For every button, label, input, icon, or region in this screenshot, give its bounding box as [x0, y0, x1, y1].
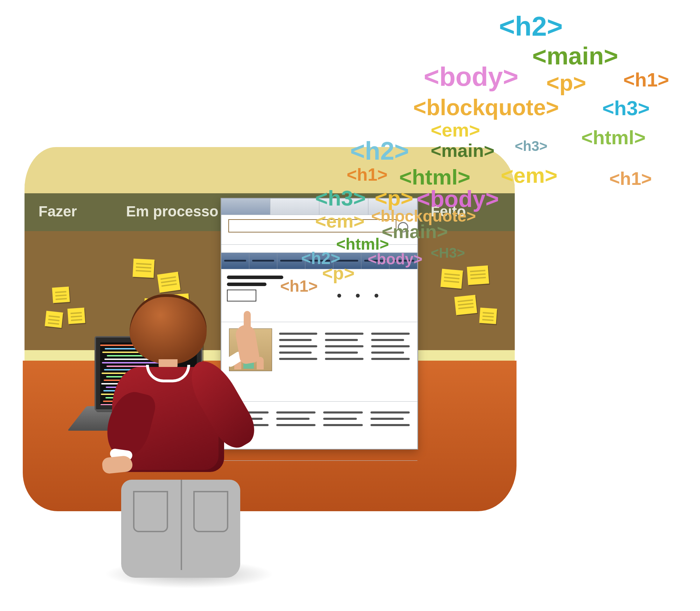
html-tag-label: <main>: [382, 221, 448, 242]
sticky-note: [441, 269, 463, 289]
html-tag-label: <p>: [546, 70, 586, 96]
html-tag-label: <h2>: [350, 137, 409, 165]
wireframe-scribble: [227, 283, 266, 286]
sticky-note: [68, 307, 85, 324]
html-tag-label: <h3>: [602, 96, 650, 120]
kanban-column-todo: Fazer: [39, 203, 77, 220]
wireframe-nav-item: [249, 253, 277, 269]
sticky-note: [454, 295, 477, 315]
sticky-note: [157, 272, 181, 293]
html-tag-label: <h1>: [623, 68, 669, 91]
html-tag-label: <em>: [315, 210, 365, 232]
html-tag-label: <em>: [431, 119, 480, 141]
html-tag-label: <em>: [501, 163, 557, 188]
html-tag-label: <main>: [532, 42, 618, 70]
person-hair: [130, 294, 207, 364]
html-tag-label: <main>: [431, 140, 494, 161]
sticky-note: [467, 265, 489, 285]
wireframe-nav-item: [221, 253, 249, 269]
html-tag-label: <h3>: [515, 138, 547, 154]
kanban-column-doing: Em processo: [126, 203, 219, 220]
sticky-note: [52, 286, 70, 303]
html-tag-label: <h1>: [280, 277, 318, 296]
html-tag-label: <h1>: [609, 168, 652, 189]
person-pants: [121, 480, 240, 578]
wireframe-dots: • • •: [303, 269, 417, 322]
html-tag-label: <body>: [424, 61, 518, 92]
person-shirt: [112, 367, 224, 472]
html-tag-label: <h1>: [347, 165, 388, 185]
html-tag-label: <p>: [322, 263, 355, 284]
html-tag-label: <html>: [581, 126, 646, 149]
pointing-finger-icon: [244, 311, 251, 333]
person: [130, 294, 207, 472]
wireframe-tab: [270, 199, 319, 215]
wireframe-scribble: [227, 276, 283, 279]
html-tag-label: <h2>: [499, 11, 563, 42]
wireframe-button: [227, 290, 256, 301]
html-tag-label: <body>: [368, 250, 423, 268]
html-tag-label: <blockquote>: [413, 95, 559, 120]
wireframe-hero: • • •: [221, 269, 417, 322]
html-tag-label: <H3>: [431, 245, 465, 261]
html-tag-label: <h3>: [315, 186, 366, 210]
sticky-note: [479, 307, 497, 324]
sticky-note: [45, 311, 63, 328]
wireframe-tab: [221, 199, 270, 215]
sticky-note: [133, 258, 155, 278]
illustration-stage: Fazer Em processo Feito: [0, 0, 700, 611]
person-hand-left: [102, 455, 133, 474]
